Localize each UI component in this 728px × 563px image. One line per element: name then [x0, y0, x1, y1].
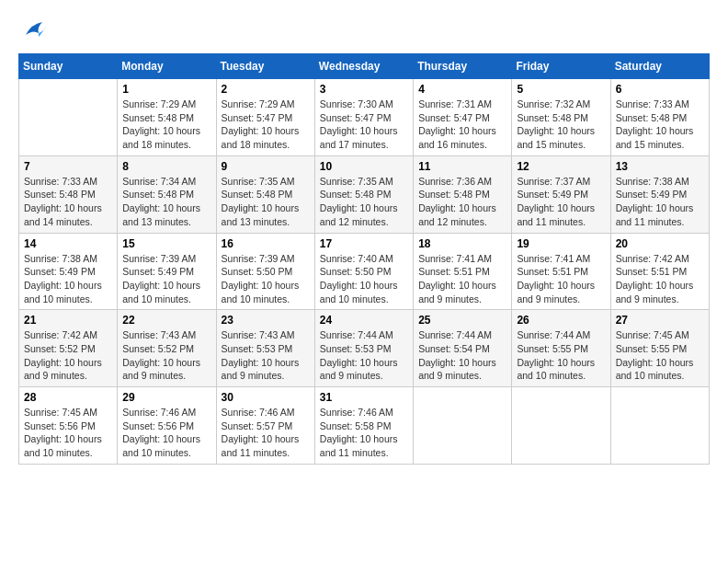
day-info: Sunrise: 7:42 AMSunset: 5:52 PMDaylight:…: [24, 328, 112, 383]
day-number: 21: [24, 314, 112, 327]
day-info: Sunrise: 7:40 AMSunset: 5:50 PMDaylight:…: [320, 252, 408, 306]
calendar-cell: 24Sunrise: 7:44 AMSunset: 5:53 PMDayligh…: [314, 310, 413, 387]
calendar-cell: 28Sunrise: 7:45 AMSunset: 5:56 PMDayligh…: [19, 387, 118, 465]
calendar-header-row: SundayMondayTuesdayWednesdayThursdayFrid…: [19, 54, 710, 79]
day-number: 9: [222, 160, 310, 173]
day-info: Sunrise: 7:36 AMSunset: 5:48 PMDaylight:…: [418, 175, 506, 229]
day-number: 20: [616, 237, 704, 250]
day-info: Sunrise: 7:41 AMSunset: 5:51 PMDaylight:…: [517, 252, 605, 306]
day-info: Sunrise: 7:31 AMSunset: 5:47 PMDaylight:…: [418, 98, 506, 152]
day-info: Sunrise: 7:29 AMSunset: 5:48 PMDaylight:…: [122, 98, 210, 152]
day-info: Sunrise: 7:32 AMSunset: 5:48 PMDaylight:…: [517, 98, 605, 152]
day-number: 31: [320, 391, 408, 404]
day-number: 15: [122, 237, 210, 250]
day-info: Sunrise: 7:45 AMSunset: 5:55 PMDaylight:…: [616, 328, 704, 383]
day-number: 25: [418, 314, 506, 327]
day-number: 23: [222, 314, 310, 327]
calendar-cell: 6Sunrise: 7:33 AMSunset: 5:48 PMDaylight…: [610, 79, 709, 156]
day-info: Sunrise: 7:43 AMSunset: 5:53 PMDaylight:…: [222, 328, 310, 383]
day-info: Sunrise: 7:46 AMSunset: 5:57 PMDaylight:…: [222, 406, 310, 460]
day-number: 16: [222, 237, 310, 250]
calendar-header-wednesday: Wednesday: [314, 54, 413, 79]
day-info: Sunrise: 7:38 AMSunset: 5:49 PMDaylight:…: [616, 175, 704, 229]
calendar-cell: 20Sunrise: 7:42 AMSunset: 5:51 PMDayligh…: [610, 233, 709, 310]
day-number: 28: [24, 391, 112, 404]
day-info: Sunrise: 7:37 AMSunset: 5:49 PMDaylight:…: [517, 175, 605, 229]
calendar-cell: 29Sunrise: 7:46 AMSunset: 5:56 PMDayligh…: [118, 387, 216, 465]
day-info: Sunrise: 7:35 AMSunset: 5:48 PMDaylight:…: [222, 175, 310, 229]
day-number: 27: [616, 314, 704, 327]
day-info: Sunrise: 7:33 AMSunset: 5:48 PMDaylight:…: [24, 175, 112, 229]
day-number: 4: [418, 83, 506, 96]
day-number: 19: [517, 237, 605, 250]
calendar-week-3: 14Sunrise: 7:38 AMSunset: 5:49 PMDayligh…: [19, 233, 710, 310]
calendar-header-tuesday: Tuesday: [216, 54, 314, 79]
calendar-header-saturday: Saturday: [610, 54, 709, 79]
calendar-cell: 3Sunrise: 7:30 AMSunset: 5:47 PMDaylight…: [314, 79, 413, 156]
calendar-week-2: 7Sunrise: 7:33 AMSunset: 5:48 PMDaylight…: [19, 155, 710, 233]
calendar-week-1: 1Sunrise: 7:29 AMSunset: 5:48 PMDaylight…: [19, 79, 710, 156]
calendar-cell: 11Sunrise: 7:36 AMSunset: 5:48 PMDayligh…: [414, 155, 512, 233]
calendar-cell: 16Sunrise: 7:39 AMSunset: 5:50 PMDayligh…: [216, 233, 314, 310]
calendar-cell: 1Sunrise: 7:29 AMSunset: 5:48 PMDaylight…: [118, 79, 216, 156]
calendar-cell: 23Sunrise: 7:43 AMSunset: 5:53 PMDayligh…: [216, 310, 314, 387]
day-info: Sunrise: 7:44 AMSunset: 5:53 PMDaylight:…: [320, 328, 408, 383]
day-info: Sunrise: 7:45 AMSunset: 5:56 PMDaylight:…: [24, 406, 112, 460]
calendar-cell: 22Sunrise: 7:43 AMSunset: 5:52 PMDayligh…: [118, 310, 216, 387]
calendar-cell: 13Sunrise: 7:38 AMSunset: 5:49 PMDayligh…: [610, 155, 709, 233]
logo-icon: [18, 18, 46, 44]
calendar-cell: 27Sunrise: 7:45 AMSunset: 5:55 PMDayligh…: [610, 310, 709, 387]
calendar-cell: 18Sunrise: 7:41 AMSunset: 5:51 PMDayligh…: [414, 233, 512, 310]
day-info: Sunrise: 7:44 AMSunset: 5:55 PMDaylight:…: [517, 328, 605, 383]
calendar-cell: 4Sunrise: 7:31 AMSunset: 5:47 PMDaylight…: [414, 79, 512, 156]
calendar-header-friday: Friday: [512, 54, 610, 79]
day-info: Sunrise: 7:35 AMSunset: 5:48 PMDaylight:…: [320, 175, 408, 229]
calendar-header-sunday: Sunday: [19, 54, 118, 79]
calendar-cell: 12Sunrise: 7:37 AMSunset: 5:49 PMDayligh…: [512, 155, 610, 233]
day-number: 22: [122, 314, 210, 327]
day-info: Sunrise: 7:46 AMSunset: 5:56 PMDaylight:…: [122, 406, 210, 460]
day-info: Sunrise: 7:39 AMSunset: 5:50 PMDaylight:…: [222, 252, 310, 306]
day-number: 10: [320, 160, 408, 173]
calendar-cell: 17Sunrise: 7:40 AMSunset: 5:50 PMDayligh…: [314, 233, 413, 310]
calendar-cell: 26Sunrise: 7:44 AMSunset: 5:55 PMDayligh…: [512, 310, 610, 387]
calendar-table: SundayMondayTuesdayWednesdayThursdayFrid…: [18, 53, 710, 465]
day-info: Sunrise: 7:44 AMSunset: 5:54 PMDaylight:…: [418, 328, 506, 383]
calendar-cell: 31Sunrise: 7:46 AMSunset: 5:58 PMDayligh…: [314, 387, 413, 465]
day-info: Sunrise: 7:33 AMSunset: 5:48 PMDaylight:…: [616, 98, 704, 152]
day-number: 26: [517, 314, 605, 327]
calendar-cell: 10Sunrise: 7:35 AMSunset: 5:48 PMDayligh…: [314, 155, 413, 233]
calendar-header-thursday: Thursday: [414, 54, 512, 79]
calendar-cell: 14Sunrise: 7:38 AMSunset: 5:49 PMDayligh…: [19, 233, 118, 310]
calendar-cell: 21Sunrise: 7:42 AMSunset: 5:52 PMDayligh…: [19, 310, 118, 387]
day-number: 6: [616, 83, 704, 96]
day-number: 29: [122, 391, 210, 404]
calendar-cell: 30Sunrise: 7:46 AMSunset: 5:57 PMDayligh…: [216, 387, 314, 465]
calendar-week-5: 28Sunrise: 7:45 AMSunset: 5:56 PMDayligh…: [19, 387, 710, 465]
calendar-cell: 8Sunrise: 7:34 AMSunset: 5:48 PMDaylight…: [118, 155, 216, 233]
calendar-cell: 25Sunrise: 7:44 AMSunset: 5:54 PMDayligh…: [414, 310, 512, 387]
calendar-cell: 19Sunrise: 7:41 AMSunset: 5:51 PMDayligh…: [512, 233, 610, 310]
calendar-cell: 2Sunrise: 7:29 AMSunset: 5:47 PMDaylight…: [216, 79, 314, 156]
day-number: 24: [320, 314, 408, 327]
day-number: 17: [320, 237, 408, 250]
day-number: 11: [418, 160, 506, 173]
day-info: Sunrise: 7:41 AMSunset: 5:51 PMDaylight:…: [418, 252, 506, 306]
day-info: Sunrise: 7:29 AMSunset: 5:47 PMDaylight:…: [222, 98, 310, 152]
day-number: 2: [222, 83, 310, 96]
day-number: 13: [616, 160, 704, 173]
calendar-cell: [610, 387, 709, 465]
day-info: Sunrise: 7:30 AMSunset: 5:47 PMDaylight:…: [320, 98, 408, 152]
calendar-header-monday: Monday: [118, 54, 216, 79]
calendar-cell: [414, 387, 512, 465]
logo: [18, 18, 50, 44]
calendar-cell: [512, 387, 610, 465]
page-header: [18, 18, 710, 44]
calendar-cell: 5Sunrise: 7:32 AMSunset: 5:48 PMDaylight…: [512, 79, 610, 156]
day-number: 30: [222, 391, 310, 404]
day-number: 12: [517, 160, 605, 173]
day-number: 18: [418, 237, 506, 250]
calendar-cell: 9Sunrise: 7:35 AMSunset: 5:48 PMDaylight…: [216, 155, 314, 233]
calendar-body: 1Sunrise: 7:29 AMSunset: 5:48 PMDaylight…: [19, 79, 710, 465]
calendar-cell: 7Sunrise: 7:33 AMSunset: 5:48 PMDaylight…: [19, 155, 118, 233]
